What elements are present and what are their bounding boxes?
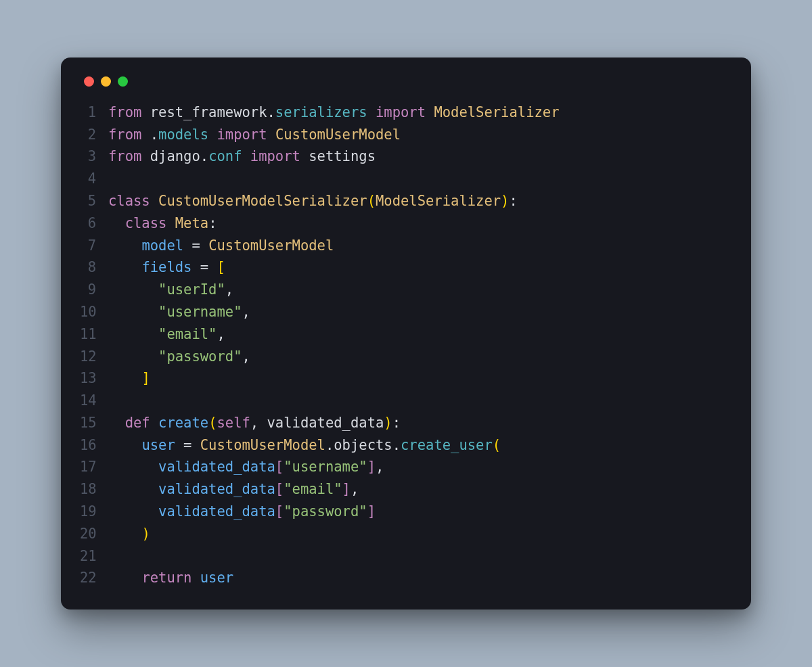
line-number: 2 — [80, 124, 108, 146]
line-content: from django.conf import settings — [108, 145, 732, 168]
line-number: 12 — [80, 346, 108, 368]
token-keyword: from — [108, 104, 150, 120]
line-content: ] — [108, 367, 732, 390]
code-line: 4 — [80, 168, 732, 190]
token-plain — [108, 459, 158, 475]
token-dot: . — [200, 148, 208, 164]
token-string: "email" — [158, 326, 217, 342]
token-class: ModelSerializer — [376, 193, 501, 209]
token-bracket: ) — [141, 526, 150, 542]
token-punct: , — [242, 348, 250, 365]
token-punct: : — [509, 193, 517, 209]
token-string: "username" — [158, 304, 242, 320]
token-string: "password" — [158, 348, 242, 365]
line-number: 4 — [80, 168, 108, 190]
line-content: validated_data["password"] — [108, 501, 732, 523]
code-line: 5class CustomUserModelSerializer(ModelSe… — [80, 190, 732, 212]
code-line: 17 validated_data["username"], — [80, 456, 732, 478]
code-window: 1from rest_framework.serializers import … — [61, 58, 751, 610]
maximize-icon[interactable] — [118, 76, 128, 87]
token-punct: , — [376, 459, 384, 475]
line-number: 9 — [80, 279, 108, 301]
line-number: 1 — [80, 101, 108, 124]
token-bracket2: ] — [367, 503, 376, 520]
token-bracket2: [ — [275, 481, 284, 497]
line-content: "email", — [108, 323, 732, 346]
line-content: from .models import CustomUserModel — [108, 124, 732, 146]
token-dot: . — [392, 437, 401, 453]
token-string: "userId" — [158, 281, 225, 298]
line-content: def create(self, validated_data): — [108, 412, 732, 434]
token-ident: model — [141, 237, 183, 254]
token-plain — [108, 304, 158, 320]
line-number: 17 — [80, 456, 108, 478]
token-bracket2: [ — [275, 503, 284, 520]
code-line: 16 user = CustomUserModel.objects.create… — [80, 434, 732, 457]
token-funcdef: create — [158, 415, 208, 431]
line-content: ) — [108, 523, 732, 545]
token-ident: validated_data — [158, 503, 275, 520]
line-number: 18 — [80, 478, 108, 501]
code-line: 22 return user — [80, 567, 732, 589]
line-number: 3 — [80, 145, 108, 168]
token-class: CustomUserModel — [200, 437, 325, 453]
token-self: self — [217, 415, 250, 431]
token-module: django — [150, 148, 200, 164]
token-param: validated_data — [267, 415, 384, 431]
code-line: 20 ) — [80, 523, 732, 545]
token-dot: . — [267, 104, 275, 120]
token-keyword: class — [125, 215, 175, 231]
line-content: class CustomUserModelSerializer(ModelSer… — [108, 190, 732, 212]
token-dot: . — [150, 127, 158, 143]
token-bracket: ) — [384, 415, 392, 431]
token-bracket2: ] — [342, 481, 351, 497]
line-content: validated_data["username"], — [108, 456, 732, 478]
token-bracket: ( — [493, 437, 501, 453]
token-keyword: def — [125, 415, 158, 431]
token-plain — [108, 215, 125, 231]
code-line: 18 validated_data["email"], — [80, 478, 732, 501]
token-keyword: from — [108, 127, 150, 143]
token-plain — [108, 326, 158, 342]
token-plain — [108, 281, 158, 298]
token-plain — [108, 503, 158, 520]
line-number: 19 — [80, 501, 108, 523]
token-func: serializers — [275, 104, 367, 120]
token-ident: fields — [141, 259, 191, 275]
token-class: CustomUserModelSerializer — [158, 193, 367, 209]
token-ident: validated_data — [158, 459, 275, 475]
traffic-lights — [80, 74, 732, 101]
token-bracket: ( — [367, 193, 376, 209]
token-plain — [108, 437, 141, 453]
line-number: 21 — [80, 545, 108, 568]
line-number: 5 — [80, 190, 108, 212]
token-bracket: ( — [208, 415, 217, 431]
token-class: Meta — [175, 215, 208, 231]
code-line: 8 fields = [ — [80, 256, 732, 279]
token-punct: : — [208, 215, 217, 231]
token-plain — [108, 415, 125, 431]
code-editor[interactable]: 1from rest_framework.serializers import … — [80, 101, 732, 590]
code-line: 15 def create(self, validated_data): — [80, 412, 732, 434]
close-icon[interactable] — [84, 76, 94, 87]
token-plain — [108, 481, 158, 497]
minimize-icon[interactable] — [101, 76, 111, 87]
line-content: return user — [108, 567, 732, 589]
token-bracket2: [ — [275, 459, 284, 475]
line-number: 15 — [80, 412, 108, 434]
code-line: 1from rest_framework.serializers import … — [80, 101, 732, 124]
line-number: 16 — [80, 434, 108, 457]
code-line: 9 "userId", — [80, 279, 732, 301]
line-content: user = CustomUserModel.objects.create_us… — [108, 434, 732, 457]
token-class: CustomUserModel — [275, 127, 401, 143]
code-line: 21 — [80, 545, 732, 568]
token-module: rest_framework — [150, 104, 267, 120]
line-content: model = CustomUserModel — [108, 235, 732, 257]
line-number: 8 — [80, 256, 108, 279]
line-content — [108, 168, 732, 190]
token-string: "password" — [284, 503, 367, 520]
code-line: 11 "email", — [80, 323, 732, 346]
line-number: 7 — [80, 235, 108, 257]
line-content: fields = [ — [108, 256, 732, 279]
token-punct: , — [250, 415, 267, 431]
